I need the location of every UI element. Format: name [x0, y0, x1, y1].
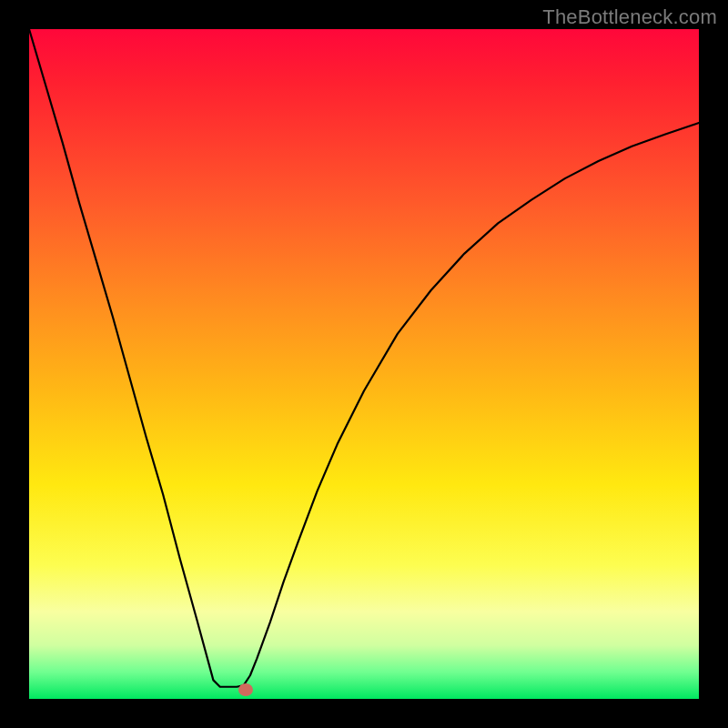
optimal-point-dot: [238, 683, 253, 696]
watermark-text: TheBottleneck.com: [542, 5, 717, 29]
bottleneck-curve: [29, 29, 699, 699]
plot-area: [29, 29, 699, 699]
chart-frame: TheBottleneck.com: [0, 0, 728, 728]
